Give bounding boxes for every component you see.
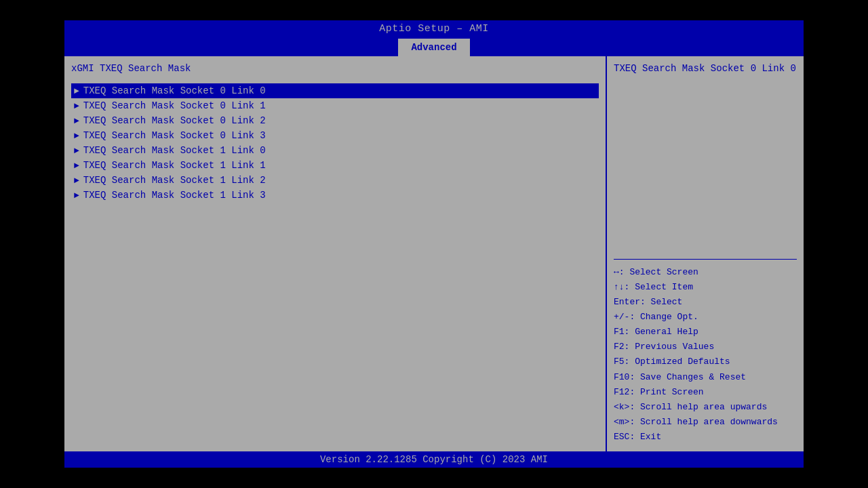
arrow-icon-1: ► [74,101,79,111]
footer-text: Version 2.22.1285 Copyright (C) 2023 AMI [320,454,548,465]
arrow-icon-6: ► [74,176,79,186]
menu-item-3[interactable]: ► TXEQ Search Mask Socket 0 Link 3 [71,128,599,143]
left-panel: xGMI TXEQ Search Mask ► TXEQ Search Mask… [64,56,607,451]
tab-bar: Advanced [64,37,804,56]
arrow-icon-2: ► [74,116,79,126]
arrow-icon-4: ► [74,146,79,156]
main-content: xGMI TXEQ Search Mask ► TXEQ Search Mask… [64,56,804,451]
app-title: Aptio Setup – AMI [379,23,489,35]
arrow-icon-5: ► [74,161,79,171]
menu-item-4[interactable]: ► TXEQ Search Mask Socket 1 Link 0 [71,143,599,158]
menu-item-label-4: TXEQ Search Mask Socket 1 Link 0 [83,145,266,156]
footer-bar: Version 2.22.1285 Copyright (C) 2023 AMI [64,451,804,468]
menu-item-5[interactable]: ► TXEQ Search Mask Socket 1 Link 1 [71,158,599,173]
right-panel-description: TXEQ Search Mask Socket 0 Link 0 [614,63,797,74]
help-item-6: F5: Optimized Defaults [614,354,797,369]
title-bar: Aptio Setup – AMI [64,20,804,37]
help-item-3: +/-: Change Opt. [614,310,797,325]
arrow-icon-7: ► [74,190,79,201]
menu-item-7[interactable]: ► TXEQ Search Mask Socket 1 Link 3 [71,188,599,203]
help-item-10: <m>: Scroll help area downwards [614,415,797,430]
help-item-4: F1: General Help [614,325,797,340]
menu-item-label-5: TXEQ Search Mask Socket 1 Link 1 [83,160,266,171]
help-item-1: ↑↓: Select Item [614,280,797,295]
menu-item-label-0: TXEQ Search Mask Socket 0 Link 0 [83,85,266,96]
menu-item-label-7: TXEQ Search Mask Socket 1 Link 3 [83,190,266,201]
arrow-icon-3: ► [74,131,79,141]
help-item-5: F2: Previous Values [614,340,797,354]
help-item-9: <k>: Scroll help area upwards [614,400,797,415]
help-item-8: F12: Print Screen [614,385,797,400]
help-section: ↔: Select Screen ↑↓: Select Item Enter: … [614,265,797,445]
menu-item-label-1: TXEQ Search Mask Socket 0 Link 1 [83,100,266,111]
menu-item-6[interactable]: ► TXEQ Search Mask Socket 1 Link 2 [71,173,599,188]
help-item-11: ESC: Exit [614,430,797,445]
menu-item-1[interactable]: ► TXEQ Search Mask Socket 0 Link 1 [71,98,599,113]
menu-item-0[interactable]: ► TXEQ Search Mask Socket 0 Link 0 [71,83,599,98]
right-panel: TXEQ Search Mask Socket 0 Link 0 ↔: Sele… [607,56,804,451]
tab-advanced[interactable]: Advanced [398,39,469,56]
menu-item-label-2: TXEQ Search Mask Socket 0 Link 2 [83,115,266,126]
left-panel-heading: xGMI TXEQ Search Mask [71,63,599,74]
arrow-icon-0: ► [74,86,79,96]
menu-item-label-3: TXEQ Search Mask Socket 0 Link 3 [83,130,266,141]
right-panel-divider [614,259,797,260]
help-item-2: Enter: Select [614,295,797,310]
help-item-7: F10: Save Changes & Reset [614,370,797,385]
help-item-0: ↔: Select Screen [614,265,797,280]
menu-item-2[interactable]: ► TXEQ Search Mask Socket 0 Link 2 [71,113,599,128]
menu-item-label-6: TXEQ Search Mask Socket 1 Link 2 [83,175,266,186]
